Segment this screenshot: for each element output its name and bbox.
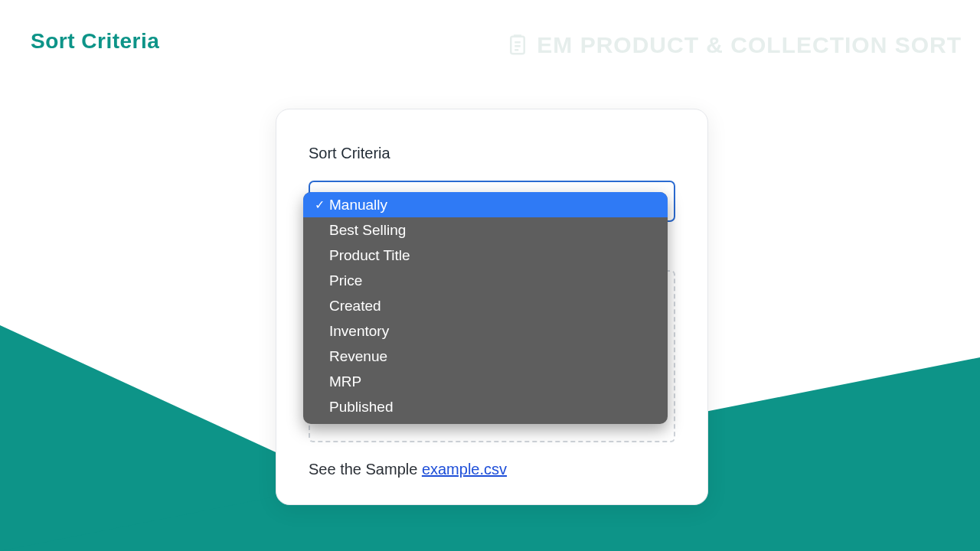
dropdown-option[interactable]: ✓Best Selling: [303, 217, 668, 243]
field-label: Sort Criteria: [309, 145, 675, 162]
dropdown-option-label: Manually: [329, 197, 387, 214]
dropdown-option-label: Created: [329, 298, 381, 315]
page-title: Sort Criteria: [31, 29, 159, 54]
dropdown-option-label: Published: [329, 399, 393, 416]
sample-line: See the Sample example.csv: [309, 461, 507, 478]
dropdown-option-label: MRP: [329, 373, 361, 390]
dropdown-option[interactable]: ✓Product Title: [303, 243, 668, 268]
dropdown-option[interactable]: ✓Created: [303, 293, 668, 318]
sample-link[interactable]: example.csv: [422, 461, 507, 478]
dropdown-option[interactable]: ✓Inventory: [303, 318, 668, 344]
dropdown-option-label: Best Selling: [329, 222, 406, 239]
sample-prefix: See the Sample: [309, 461, 422, 478]
brand-watermark-text: EM PRODUCT & COLLECTION SORT: [537, 32, 962, 58]
dropdown-option-label: Inventory: [329, 323, 389, 340]
brand-watermark: EM PRODUCT & COLLECTION SORT: [506, 32, 962, 58]
clipboard-icon: [506, 34, 529, 57]
dropdown-option-label: Product Title: [329, 247, 410, 264]
dropdown-option-label: Revenue: [329, 348, 387, 365]
dropdown-option-label: Price: [329, 272, 362, 289]
dropdown-option[interactable]: ✓Price: [303, 268, 668, 293]
dropdown-option[interactable]: ✓Revenue: [303, 344, 668, 369]
sort-criteria-dropdown[interactable]: ✓Manually✓Best Selling✓Product Title✓Pri…: [303, 192, 668, 424]
dropdown-option[interactable]: ✓MRP: [303, 369, 668, 394]
check-icon: ✓: [312, 197, 326, 212]
dropdown-option[interactable]: ✓Manually: [303, 192, 668, 217]
sort-criteria-card: Sort Criteria Manually ✓Manually✓Best Se…: [276, 109, 708, 505]
dropdown-option[interactable]: ✓Published: [303, 394, 668, 419]
